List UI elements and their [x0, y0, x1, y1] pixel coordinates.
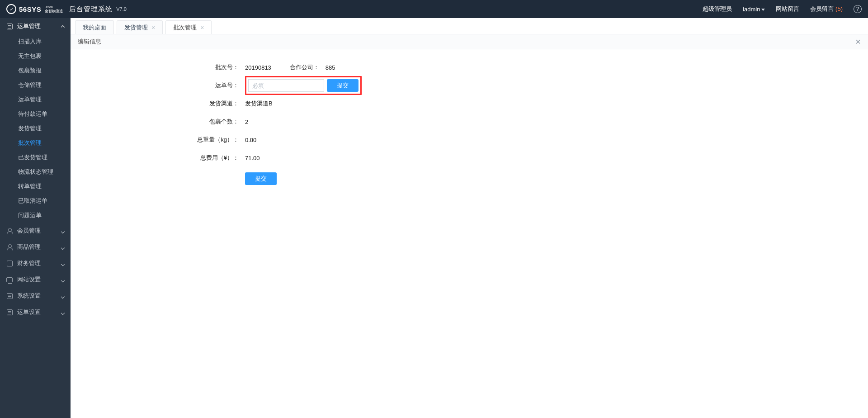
sidebar-group-product[interactable]: 商品管理	[0, 239, 71, 255]
sidebar-item-forecast[interactable]: 包裹预报	[0, 63, 71, 78]
sidebar-item-problem[interactable]: 问题运单	[0, 208, 71, 223]
user-icon	[6, 228, 13, 234]
help-icon[interactable]: ?	[854, 5, 862, 13]
panel-title: 编辑信息	[78, 38, 101, 46]
sidebar-item-cancelled[interactable]: 已取消运单	[0, 194, 71, 208]
chevron-down-icon	[61, 309, 64, 316]
logo[interactable]: ✓ 56SYS.com全智物流通	[6, 4, 63, 14]
sidebar-item-shipped[interactable]: 已发货管理	[0, 150, 71, 165]
value-total-cost: 71.00	[245, 155, 260, 162]
sidebar-group-waybill[interactable]: 运单管理	[0, 18, 71, 34]
sidebar-item-waybill[interactable]: 运单管理	[0, 92, 71, 107]
sidebar-item-scan-in[interactable]: 扫描入库	[0, 34, 71, 49]
chevron-down-icon	[761, 9, 765, 11]
main-area: 我的桌面 发货管理× 批次管理× 编辑信息 × 批次号： 20190813 合作…	[71, 18, 868, 418]
tabbar: 我的桌面 发货管理× 批次管理×	[71, 18, 868, 34]
label-total-cost: 总费用（¥）：	[71, 154, 245, 162]
sidebar-group-system[interactable]: 系统设置	[0, 288, 71, 304]
sidebar-item-batch-mgmt[interactable]: 批次管理	[0, 136, 71, 150]
chevron-down-icon	[61, 293, 64, 299]
sidebar-item-logistics-status[interactable]: 物流状态管理	[0, 165, 71, 179]
label-partner: 合作公司：	[271, 63, 326, 71]
member-msg-link[interactable]: 会员留言 (5)	[810, 5, 843, 13]
sidebar-item-pending-pay[interactable]: 待付款运单	[0, 107, 71, 121]
chevron-down-icon	[61, 244, 64, 251]
close-icon[interactable]: ×	[151, 24, 155, 31]
tab-ship-mgmt[interactable]: 发货管理×	[117, 20, 163, 34]
monitor-icon	[6, 276, 13, 283]
system-title: 后台管理系统	[69, 5, 113, 14]
label-channel: 发货渠道：	[71, 100, 245, 108]
top-header: ✓ 56SYS.com全智物流通 后台管理系统 V7.0 超级管理员 iadmi…	[0, 0, 868, 18]
waybill-submit-button[interactable]: 提交	[327, 79, 359, 92]
doc-icon	[6, 23, 13, 29]
label-total-weight: 总重量（kg）：	[71, 136, 245, 144]
coin-icon	[6, 260, 13, 266]
value-total-weight: 0.80	[245, 137, 256, 143]
user-menu[interactable]: iadmin	[743, 6, 765, 13]
panel-close-icon[interactable]: ×	[855, 37, 861, 46]
sidebar-group-finance[interactable]: 财务管理	[0, 255, 71, 271]
user-icon	[6, 244, 13, 250]
value-partner: 885	[326, 64, 335, 71]
value-pkg-count: 2	[245, 119, 248, 125]
highlight-box: 提交	[245, 76, 362, 95]
sidebar-subitems: 扫描入库 无主包裹 包裹预报 仓储管理 运单管理 待付款运单 发货管理 批次管理…	[0, 34, 71, 223]
role-label: 超级管理员	[703, 5, 732, 13]
member-msg-count: (5)	[835, 5, 843, 12]
value-channel: 发货渠道B	[245, 100, 273, 108]
chevron-up-icon	[61, 23, 64, 30]
sidebar-item-transfer[interactable]: 转单管理	[0, 179, 71, 194]
doc-icon	[6, 309, 13, 315]
sidebar: 运单管理 扫描入库 无主包裹 包裹预报 仓储管理 运单管理 待付款运单 发货管理…	[0, 18, 71, 418]
doc-icon	[6, 293, 13, 299]
system-version: V7.0	[116, 6, 127, 12]
tab-desktop[interactable]: 我的桌面	[75, 20, 114, 34]
sidebar-group-waybill-cfg[interactable]: 运单设置	[0, 304, 71, 320]
site-msg-link[interactable]: 网站留言	[776, 5, 799, 13]
label-pkg-count: 包裹个数：	[71, 118, 245, 126]
tab-batch-mgmt[interactable]: 批次管理×	[165, 20, 212, 34]
label-waybill: 运单号：	[71, 81, 245, 90]
edit-form: 批次号： 20190813 合作公司： 885 运单号： 提交 发货渠道： 发货…	[71, 49, 868, 185]
sidebar-group-site[interactable]: 网站设置	[0, 271, 71, 288]
close-icon[interactable]: ×	[200, 24, 204, 31]
logo-icon: ✓	[6, 4, 16, 14]
sidebar-group-member[interactable]: 会员管理	[0, 223, 71, 239]
form-submit-button[interactable]: 提交	[245, 172, 277, 185]
chevron-down-icon	[61, 260, 64, 267]
label-batch-no: 批次号：	[71, 63, 245, 71]
value-batch-no: 20190813	[245, 64, 271, 71]
logo-text: 56SYS	[19, 5, 41, 13]
waybill-input[interactable]	[248, 79, 324, 92]
chevron-down-icon	[61, 276, 64, 283]
header-right: 超级管理员 iadmin 网站留言 会员留言 (5) ?	[703, 5, 862, 13]
sidebar-item-ship-mgmt[interactable]: 发货管理	[0, 121, 71, 136]
panel-titlebar: 编辑信息 ×	[71, 34, 868, 49]
chevron-down-icon	[61, 228, 64, 234]
sidebar-item-unclaimed[interactable]: 无主包裹	[0, 49, 71, 63]
sidebar-item-storage[interactable]: 仓储管理	[0, 78, 71, 92]
